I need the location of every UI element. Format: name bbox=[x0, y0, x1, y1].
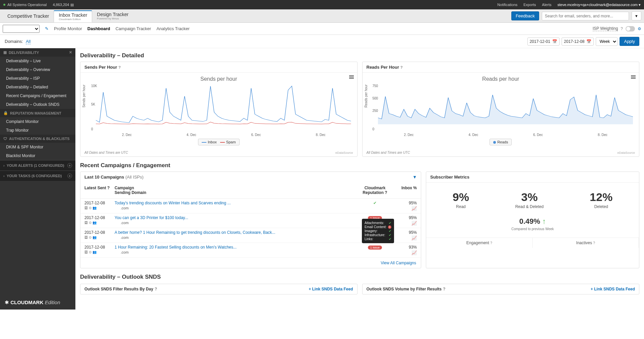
table-row: 2017-12-08🖼 ⊙ 👥Today's trending discount… bbox=[80, 199, 421, 213]
reputation-tooltip: Attachments:✔Email Content:1Imagery:✔Inf… bbox=[362, 219, 394, 243]
sidebar-accordion-alerts[interactable]: ›YOUR ALERTS (1 CONFIGURED)+ bbox=[0, 160, 75, 171]
edit-profile-icon[interactable]: ✎ bbox=[45, 26, 49, 31]
apply-button[interactable]: Apply bbox=[620, 37, 639, 46]
search-dropdown-button[interactable]: ▾ bbox=[632, 11, 641, 20]
chart-menu-icon[interactable] bbox=[349, 75, 354, 79]
sidebar-item-deliverability-live[interactable]: Deliverability – Live bbox=[0, 57, 75, 65]
sidebar-item-deliverability-overview[interactable]: Deliverability – Overview bbox=[0, 65, 75, 74]
user-menu[interactable]: steve.mcelroy+qa+cloudmark@edatasource.c… bbox=[558, 3, 641, 7]
metric-deleted: 12%Deleted bbox=[590, 191, 613, 209]
sidebar-item-trap-monitor[interactable]: Trap Monitor bbox=[0, 126, 75, 135]
sidebar-item-recent-campaigns[interactable]: Recent Campaigns / Engagement bbox=[0, 91, 75, 100]
calendar-icon: 📅 bbox=[586, 39, 591, 44]
global-search-input[interactable] bbox=[542, 12, 629, 20]
chart-title: Reads per hour bbox=[367, 76, 635, 82]
view-all-campaigns-link[interactable]: View All Campaigns bbox=[381, 261, 416, 265]
utc-note: All Dates and Times are UTC bbox=[80, 149, 357, 156]
isp-weighting-label: ISP Weighting bbox=[593, 26, 618, 31]
sends-per-hour-card: Sends Per Hour ? Sends per hour Sends pe… bbox=[80, 62, 358, 157]
trend-icon[interactable]: 📈 bbox=[393, 221, 417, 226]
campaign-date: 2017-12-08 bbox=[84, 230, 115, 235]
isp-weighting-toggle[interactable] bbox=[626, 26, 635, 31]
chart-menu-icon[interactable] bbox=[631, 75, 636, 79]
campaign-type-icons: 🖼 ⊙ 👥 bbox=[84, 206, 115, 210]
chevron-right-icon: › bbox=[3, 163, 5, 167]
calendar-icon: 📅 bbox=[552, 39, 557, 44]
section-title-campaigns: Recent Campaigns / Engagement bbox=[80, 162, 639, 169]
campaign-subject-link[interactable]: 1 Hour Remaining: 20 Fastest Selling dis… bbox=[115, 245, 237, 250]
campaign-date: 2017-12-08 bbox=[84, 201, 115, 205]
filter-icon[interactable]: ▼ bbox=[412, 175, 417, 180]
campaign-subject-link[interactable]: You can get a 3D Printer for $100 today.… bbox=[115, 215, 188, 220]
date-to-input[interactable]: 2017-12-08📅 bbox=[562, 38, 594, 46]
trend-icon[interactable]: 📈 bbox=[393, 206, 417, 211]
domains-value[interactable]: All bbox=[26, 39, 30, 44]
campaign-subject-link[interactable]: A better home? 1 Hour Remaining to get t… bbox=[115, 230, 275, 235]
nav-alerts[interactable]: Alerts bbox=[542, 3, 552, 7]
sidebar-item-dkim-spf[interactable]: DKIM & SPF Monitor bbox=[0, 143, 75, 151]
watermark: eDataSource bbox=[617, 151, 635, 154]
y-axis-label: Sends per hour bbox=[82, 85, 86, 108]
metric-read: 9%Read bbox=[453, 191, 469, 209]
campaign-subject-link[interactable]: Today's trending discounts on Winter Hat… bbox=[115, 201, 231, 205]
sidebar-item-deliverability-detailed[interactable]: Deliverability – Detailed bbox=[0, 83, 75, 91]
feedback-button[interactable]: Feedback bbox=[511, 11, 539, 20]
help-icon[interactable]: ? bbox=[119, 65, 121, 69]
brand-logo: ✱ CLOUDMARK Edition bbox=[5, 299, 60, 306]
arrow-up-icon: ↑ bbox=[542, 217, 546, 225]
campaign-domain: .com bbox=[115, 206, 357, 210]
help-icon[interactable]: ? bbox=[621, 26, 623, 31]
link-snds-feed[interactable]: + Link SNDS Data Feed bbox=[309, 287, 353, 291]
nav-notifications[interactable]: Notifications bbox=[497, 3, 517, 7]
system-status-link[interactable]: All Systems Operational bbox=[7, 3, 47, 7]
chart-legend: Reads bbox=[367, 139, 635, 145]
close-icon[interactable]: ✕ bbox=[69, 50, 72, 55]
add-icon[interactable]: + bbox=[67, 163, 72, 168]
sidebar-accordion-tasks[interactable]: ›YOUR TASKS (6 CONFIGURED)+ bbox=[0, 171, 75, 181]
sidebar-item-complaint-monitor[interactable]: Complaint Monitor bbox=[0, 117, 75, 126]
range-select[interactable]: Week bbox=[596, 37, 618, 46]
page-title: Deliverability – Detailed bbox=[80, 52, 639, 59]
date-from-input[interactable]: 2017-12-01📅 bbox=[527, 38, 560, 46]
table-header: Latest Sent ? Campaign Sending Domain Cl… bbox=[80, 182, 421, 199]
tab-design-tracker[interactable]: Design TrackerPowered by litmus bbox=[92, 10, 133, 21]
chart-legend: Inbox Spam bbox=[84, 139, 353, 145]
metric-delta-sub: Compared to previous Week bbox=[426, 227, 639, 231]
metrics-tab-inactives[interactable]: Inactives ? bbox=[533, 238, 639, 248]
trend-icon[interactable]: 📈 bbox=[393, 235, 417, 241]
settings-gear-icon[interactable]: ⚙ bbox=[638, 26, 641, 31]
tab-competitive-tracker[interactable]: Competitive Tracker bbox=[3, 12, 54, 20]
inbox-percent: 95% bbox=[393, 215, 417, 220]
trend-icon[interactable]: 📈 bbox=[393, 250, 417, 255]
profile-select[interactable] bbox=[3, 25, 40, 33]
sidebar-item-blacklist[interactable]: Blacklist Monitor bbox=[0, 151, 75, 160]
campaign-domain: .com bbox=[115, 250, 357, 254]
snds-by-day-card: Outlook SNDS Filter Results By Day ?+ Li… bbox=[80, 284, 358, 294]
sidebar-section-reputation: 🔒REPUTATION MANAGEMENT bbox=[0, 109, 75, 117]
subnav-analytics-tracker[interactable]: Analytics Tracker bbox=[156, 26, 190, 31]
issue-badge[interactable]: 1 issue bbox=[368, 246, 382, 250]
add-icon[interactable]: + bbox=[67, 174, 72, 178]
campaign-date: 2017-12-08 bbox=[84, 215, 115, 220]
subnav-dashboard[interactable]: Dashboard bbox=[87, 26, 110, 31]
reads-chart bbox=[378, 84, 633, 124]
x-tick: 8. Dec bbox=[316, 133, 326, 137]
y-tick: 5K bbox=[91, 103, 95, 106]
tab-inbox-tracker[interactable]: Inbox TrackerCloudmark Edition bbox=[54, 10, 92, 22]
metric-delta: 0.49% ↑ bbox=[426, 217, 639, 226]
sidebar-item-deliverability-isp[interactable]: Deliverability – ISP bbox=[0, 74, 75, 83]
y-tick: 500 bbox=[373, 96, 378, 100]
chevron-right-icon: › bbox=[3, 174, 5, 178]
subnav-profile-monitor[interactable]: Profile Monitor bbox=[54, 26, 82, 31]
x-tick: 2. Dec bbox=[122, 133, 132, 137]
y-tick: 10K bbox=[91, 84, 97, 88]
link-snds-feed[interactable]: + Link SNDS Data Feed bbox=[591, 287, 635, 291]
help-icon[interactable]: ? bbox=[400, 65, 403, 69]
shield-icon: 🛡 bbox=[3, 137, 7, 141]
campaign-type-icons: 🖼 ⊙ 👥 bbox=[84, 250, 115, 254]
subnav-campaign-tracker[interactable]: Campaign Tracker bbox=[116, 26, 151, 31]
y-axis-label: Reads per hour bbox=[364, 84, 368, 108]
metrics-tab-engagement[interactable]: Engagement ? bbox=[426, 238, 533, 248]
nav-exports[interactable]: Exports bbox=[523, 3, 536, 7]
sidebar-item-outlook-snds[interactable]: Deliverability – Outlook SNDS bbox=[0, 100, 75, 109]
